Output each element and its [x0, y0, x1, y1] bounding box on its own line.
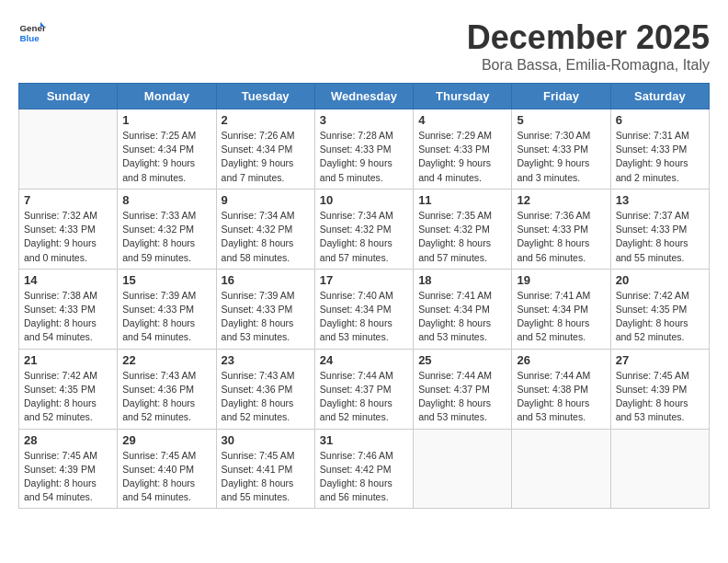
- day-number: 25: [418, 353, 506, 367]
- day-number: 24: [320, 353, 408, 367]
- day-info: Sunrise: 7:45 AMSunset: 4:39 PMDaylight:…: [616, 369, 704, 425]
- day-info: Sunrise: 7:40 AMSunset: 4:34 PMDaylight:…: [320, 289, 408, 345]
- calendar-cell: 21Sunrise: 7:42 AMSunset: 4:35 PMDayligh…: [19, 349, 118, 429]
- calendar-cell: 17Sunrise: 7:40 AMSunset: 4:34 PMDayligh…: [314, 269, 413, 349]
- calendar-cell: [512, 429, 610, 509]
- day-number: 6: [616, 113, 704, 127]
- day-info: Sunrise: 7:30 AMSunset: 4:33 PMDaylight:…: [517, 129, 605, 185]
- calendar-header-row: SundayMondayTuesdayWednesdayThursdayFrid…: [19, 84, 710, 109]
- calendar-cell: 7Sunrise: 7:32 AMSunset: 4:33 PMDaylight…: [19, 189, 118, 269]
- calendar-cell: 16Sunrise: 7:39 AMSunset: 4:33 PMDayligh…: [216, 269, 314, 349]
- day-info: Sunrise: 7:43 AMSunset: 4:36 PMDaylight:…: [122, 369, 210, 425]
- calendar-cell: 1Sunrise: 7:25 AMSunset: 4:34 PMDaylight…: [118, 109, 216, 190]
- calendar-cell: 2Sunrise: 7:26 AMSunset: 4:34 PMDaylight…: [216, 109, 314, 190]
- calendar-day-header: Sunday: [19, 84, 118, 109]
- day-number: 21: [24, 353, 112, 367]
- calendar-cell: 5Sunrise: 7:30 AMSunset: 4:33 PMDaylight…: [512, 109, 610, 190]
- day-number: 14: [24, 273, 112, 287]
- day-info: Sunrise: 7:43 AMSunset: 4:36 PMDaylight:…: [222, 369, 310, 425]
- day-info: Sunrise: 7:31 AMSunset: 4:33 PMDaylight:…: [616, 129, 704, 185]
- day-number: 20: [616, 273, 704, 287]
- day-info: Sunrise: 7:33 AMSunset: 4:32 PMDaylight:…: [122, 209, 210, 265]
- calendar-cell: 19Sunrise: 7:41 AMSunset: 4:34 PMDayligh…: [512, 269, 610, 349]
- day-info: Sunrise: 7:46 AMSunset: 4:42 PMDaylight:…: [320, 449, 408, 505]
- day-info: Sunrise: 7:28 AMSunset: 4:33 PMDaylight:…: [320, 129, 408, 185]
- day-info: Sunrise: 7:45 AMSunset: 4:40 PMDaylight:…: [122, 449, 210, 505]
- day-info: Sunrise: 7:41 AMSunset: 4:34 PMDaylight:…: [418, 289, 506, 345]
- calendar-day-header: Saturday: [610, 84, 709, 109]
- day-number: 19: [517, 273, 605, 287]
- calendar-week-row: 1Sunrise: 7:25 AMSunset: 4:34 PMDaylight…: [19, 109, 710, 190]
- calendar-cell: 25Sunrise: 7:44 AMSunset: 4:37 PMDayligh…: [414, 349, 512, 429]
- calendar-cell: [414, 429, 512, 509]
- calendar-day-header: Tuesday: [216, 84, 314, 109]
- calendar-cell: 31Sunrise: 7:46 AMSunset: 4:42 PMDayligh…: [314, 429, 413, 509]
- day-number: 18: [418, 273, 506, 287]
- day-info: Sunrise: 7:42 AMSunset: 4:35 PMDaylight:…: [24, 369, 112, 425]
- calendar-day-header: Thursday: [414, 84, 512, 109]
- day-number: 13: [616, 193, 704, 207]
- day-info: Sunrise: 7:34 AMSunset: 4:32 PMDaylight:…: [222, 209, 310, 265]
- day-info: Sunrise: 7:35 AMSunset: 4:32 PMDaylight:…: [418, 209, 506, 265]
- day-info: Sunrise: 7:39 AMSunset: 4:33 PMDaylight:…: [122, 289, 210, 345]
- calendar-cell: 26Sunrise: 7:44 AMSunset: 4:38 PMDayligh…: [512, 349, 610, 429]
- day-number: 11: [418, 193, 506, 207]
- day-info: Sunrise: 7:45 AMSunset: 4:39 PMDaylight:…: [24, 449, 112, 505]
- calendar-cell: [19, 109, 118, 190]
- calendar-week-row: 14Sunrise: 7:38 AMSunset: 4:33 PMDayligh…: [19, 269, 710, 349]
- calendar-cell: 23Sunrise: 7:43 AMSunset: 4:36 PMDayligh…: [216, 349, 314, 429]
- day-number: 16: [222, 273, 310, 287]
- day-number: 9: [222, 193, 310, 207]
- day-number: 8: [122, 193, 210, 207]
- subtitle: Bora Bassa, Emilia-Romagna, Italy: [467, 57, 710, 74]
- day-info: Sunrise: 7:44 AMSunset: 4:38 PMDaylight:…: [517, 369, 605, 425]
- calendar-day-header: Friday: [512, 84, 610, 109]
- day-number: 12: [517, 193, 605, 207]
- calendar-cell: 15Sunrise: 7:39 AMSunset: 4:33 PMDayligh…: [118, 269, 216, 349]
- calendar-week-row: 28Sunrise: 7:45 AMSunset: 4:39 PMDayligh…: [19, 429, 710, 509]
- calendar-cell: 22Sunrise: 7:43 AMSunset: 4:36 PMDayligh…: [118, 349, 216, 429]
- calendar-cell: 4Sunrise: 7:29 AMSunset: 4:33 PMDaylight…: [414, 109, 512, 190]
- day-number: 2: [222, 113, 310, 127]
- calendar-cell: 9Sunrise: 7:34 AMSunset: 4:32 PMDaylight…: [216, 189, 314, 269]
- day-number: 7: [24, 193, 112, 207]
- day-number: 3: [320, 113, 408, 127]
- day-info: Sunrise: 7:37 AMSunset: 4:33 PMDaylight:…: [616, 209, 704, 265]
- day-number: 5: [517, 113, 605, 127]
- calendar-cell: 29Sunrise: 7:45 AMSunset: 4:40 PMDayligh…: [118, 429, 216, 509]
- day-info: Sunrise: 7:41 AMSunset: 4:34 PMDaylight:…: [517, 289, 605, 345]
- calendar-cell: 20Sunrise: 7:42 AMSunset: 4:35 PMDayligh…: [610, 269, 709, 349]
- day-number: 26: [517, 353, 605, 367]
- calendar-cell: 11Sunrise: 7:35 AMSunset: 4:32 PMDayligh…: [414, 189, 512, 269]
- calendar-cell: 28Sunrise: 7:45 AMSunset: 4:39 PMDayligh…: [19, 429, 118, 509]
- calendar-cell: 3Sunrise: 7:28 AMSunset: 4:33 PMDaylight…: [314, 109, 413, 190]
- day-number: 29: [122, 433, 210, 447]
- month-title: December 2025: [467, 18, 710, 57]
- day-info: Sunrise: 7:44 AMSunset: 4:37 PMDaylight:…: [418, 369, 506, 425]
- day-info: Sunrise: 7:44 AMSunset: 4:37 PMDaylight:…: [320, 369, 408, 425]
- day-info: Sunrise: 7:32 AMSunset: 4:33 PMDaylight:…: [24, 209, 112, 265]
- day-number: 15: [122, 273, 210, 287]
- logo: General Blue: [18, 18, 46, 46]
- calendar-week-row: 7Sunrise: 7:32 AMSunset: 4:33 PMDaylight…: [19, 189, 710, 269]
- day-number: 22: [122, 353, 210, 367]
- day-info: Sunrise: 7:26 AMSunset: 4:34 PMDaylight:…: [222, 129, 310, 185]
- day-number: 31: [320, 433, 408, 447]
- day-number: 10: [320, 193, 408, 207]
- calendar-cell: [610, 429, 709, 509]
- day-info: Sunrise: 7:42 AMSunset: 4:35 PMDaylight:…: [616, 289, 704, 345]
- svg-text:Blue: Blue: [20, 33, 40, 43]
- calendar-day-header: Wednesday: [314, 84, 413, 109]
- day-info: Sunrise: 7:29 AMSunset: 4:33 PMDaylight:…: [418, 129, 506, 185]
- calendar-cell: 6Sunrise: 7:31 AMSunset: 4:33 PMDaylight…: [610, 109, 709, 190]
- calendar-cell: 13Sunrise: 7:37 AMSunset: 4:33 PMDayligh…: [610, 189, 709, 269]
- logo-icon: General Blue: [18, 18, 46, 46]
- calendar-cell: 24Sunrise: 7:44 AMSunset: 4:37 PMDayligh…: [314, 349, 413, 429]
- calendar-cell: 8Sunrise: 7:33 AMSunset: 4:32 PMDaylight…: [118, 189, 216, 269]
- day-info: Sunrise: 7:25 AMSunset: 4:34 PMDaylight:…: [122, 129, 210, 185]
- day-info: Sunrise: 7:45 AMSunset: 4:41 PMDaylight:…: [222, 449, 310, 505]
- day-info: Sunrise: 7:38 AMSunset: 4:33 PMDaylight:…: [24, 289, 112, 345]
- calendar-cell: 12Sunrise: 7:36 AMSunset: 4:33 PMDayligh…: [512, 189, 610, 269]
- calendar-body: 1Sunrise: 7:25 AMSunset: 4:34 PMDaylight…: [19, 109, 710, 509]
- calendar-cell: 10Sunrise: 7:34 AMSunset: 4:32 PMDayligh…: [314, 189, 413, 269]
